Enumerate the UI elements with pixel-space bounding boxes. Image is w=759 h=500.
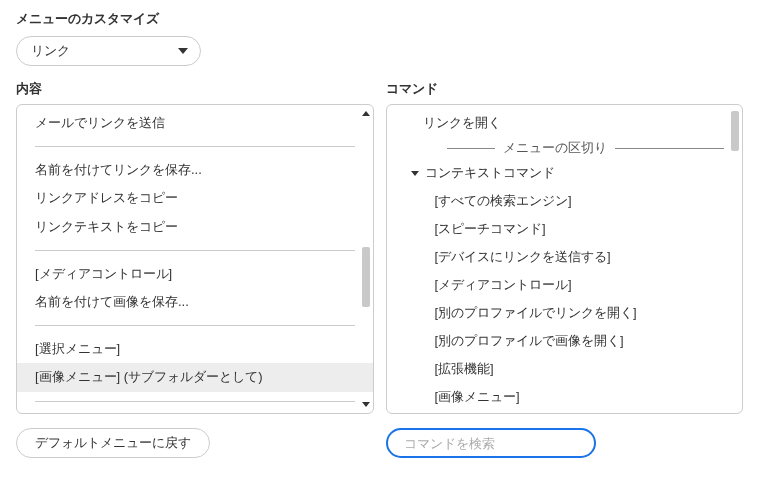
list-item[interactable]: 名前を付けてリンクを保存... (17, 156, 373, 184)
list-item[interactable]: メールでリンクを送信 (17, 109, 373, 137)
left-scrollbar-thumb[interactable] (362, 247, 370, 307)
reset-default-button[interactable]: デフォルトメニューに戻す (16, 428, 210, 458)
command-item[interactable]: [メディアコントロール] (387, 271, 743, 299)
separator-label: メニューの区切り (503, 139, 607, 157)
reset-default-label: デフォルトメニューに戻す (35, 434, 191, 452)
content-listbox: メールでリンクを送信名前を付けてリンクを保存...リンクアドレスをコピーリンクテ… (16, 104, 374, 414)
context-commands-group[interactable]: コンテキストコマンド (387, 159, 743, 187)
command-list[interactable]: リンクを開くメニューの区切りコンテキストコマンド[すべての検索エンジン][スピー… (387, 105, 743, 413)
command-item[interactable]: [すべての検索エンジン] (387, 187, 743, 215)
command-item[interactable]: [選択メニュー] (387, 411, 743, 413)
command-item[interactable]: [スピーチコマンド] (387, 215, 743, 243)
divider (35, 250, 355, 251)
divider (35, 401, 355, 402)
panel-title: メニューのカスタマイズ (16, 10, 743, 28)
command-search-field[interactable] (402, 435, 580, 452)
list-item[interactable]: リンクアドレスをコピー (17, 184, 373, 212)
category-dropdown[interactable]: リンク (16, 36, 201, 66)
menu-separator-row[interactable]: メニューの区切り (387, 137, 743, 159)
list-item[interactable]: [メディアコントロール] (17, 260, 373, 288)
right-scrollbar[interactable] (730, 107, 740, 411)
category-dropdown-value: リンク (31, 42, 70, 60)
command-item[interactable]: [デバイスにリンクを送信する] (387, 243, 743, 271)
left-scrollbar[interactable] (361, 107, 371, 411)
command-search-input[interactable] (386, 428, 596, 458)
menu-customize-panel: メニューのカスタマイズ リンク 内容 メールでリンクを送信名前を付けてリンクを保… (0, 0, 759, 474)
scroll-up-icon[interactable] (362, 111, 370, 116)
list-item[interactable]: 名前を付けて画像を保存... (17, 288, 373, 316)
chevron-down-icon (411, 171, 419, 176)
separator-line (447, 148, 495, 149)
scroll-down-icon[interactable] (362, 402, 370, 407)
right-scrollbar-thumb[interactable] (731, 111, 739, 151)
context-commands-label: コンテキストコマンド (425, 164, 555, 182)
command-item[interactable]: [拡張機能] (387, 355, 743, 383)
list-item[interactable]: [選択メニュー] (17, 335, 373, 363)
divider (35, 325, 355, 326)
command-item[interactable]: [別のプロファイルでリンクを開く] (387, 299, 743, 327)
list-item[interactable]: [拡張機能] (17, 411, 373, 414)
separator-line (615, 148, 725, 149)
list-item[interactable]: リンクテキストをコピー (17, 213, 373, 241)
divider (35, 146, 355, 147)
content-list[interactable]: メールでリンクを送信名前を付けてリンクを保存...リンクアドレスをコピーリンクテ… (17, 105, 373, 413)
command-item[interactable]: リンクを開く (387, 109, 743, 137)
command-listbox: リンクを開くメニューの区切りコンテキストコマンド[すべての検索エンジン][スピー… (386, 104, 744, 414)
left-column-title: 内容 (16, 80, 374, 98)
list-item[interactable]: [画像メニュー] (サブフォルダーとして) (17, 363, 373, 391)
right-column-title: コマンド (386, 80, 744, 98)
chevron-down-icon (178, 48, 188, 54)
command-item[interactable]: [画像メニュー] (387, 383, 743, 411)
command-item[interactable]: [別のプロファイルで画像を開く] (387, 327, 743, 355)
